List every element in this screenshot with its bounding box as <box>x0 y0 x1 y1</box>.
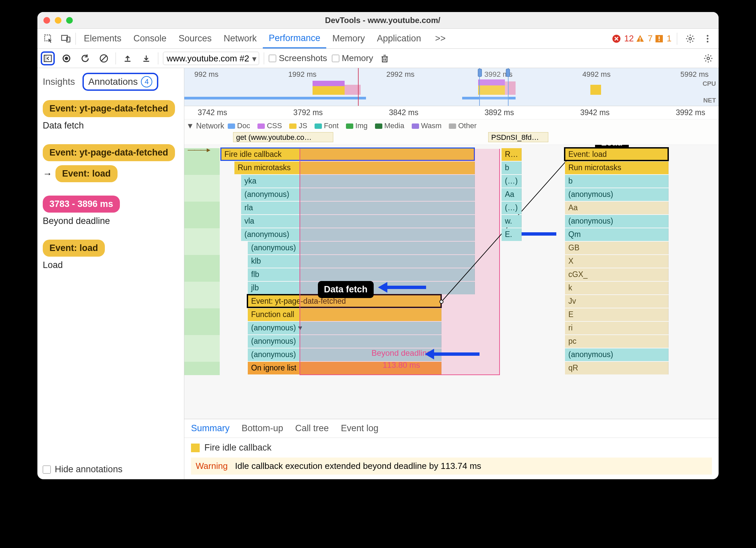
svg-point-16 <box>65 57 68 60</box>
record-button[interactable] <box>59 51 73 65</box>
memory-checkbox[interactable]: Memory <box>332 53 373 63</box>
annotation-item[interactable]: Event: yt-page-data-fetched → Event: loa… <box>43 144 179 182</box>
svg-point-9 <box>689 37 692 40</box>
flame-bar[interactable]: pc <box>565 335 669 348</box>
capture-settings-icon[interactable] <box>701 51 715 65</box>
close-window-button[interactable] <box>43 17 50 24</box>
flame-bar[interactable]: Jv <box>565 295 669 308</box>
flame-bar[interactable]: X <box>565 255 669 268</box>
warning-row: Warning Idle callback execution extended… <box>191 458 712 475</box>
reload-record-button[interactable] <box>78 51 92 65</box>
issue-counter[interactable]: 1 <box>655 33 672 44</box>
flame-bar[interactable]: (…) <box>502 202 522 214</box>
upload-trace-button[interactable] <box>121 51 135 65</box>
inspect-element-icon[interactable] <box>41 31 56 46</box>
tab-network[interactable]: Network <box>218 29 263 48</box>
timeline-overview[interactable]: 992 ms1992 ms2992 ms3992 ms4992 ms5992 m… <box>184 68 719 106</box>
gc-button[interactable] <box>378 51 392 65</box>
details-tab-bottom-up[interactable]: Bottom-up <box>242 423 284 434</box>
svg-rect-8 <box>658 40 659 41</box>
clear-button[interactable] <box>97 51 111 65</box>
ruler-time-label: 3892 ms <box>485 108 514 119</box>
flame-bar[interactable]: Aa <box>565 202 669 214</box>
details-tab-summary[interactable]: Summary <box>191 423 230 434</box>
flame-chart[interactable]: Fire idle callback———▸Run microtasksyka(… <box>184 145 719 419</box>
details-tab-event-log[interactable]: Event log <box>341 423 379 434</box>
details-tabs: SummaryBottom-upCall treeEvent log <box>184 419 719 438</box>
tab-elements[interactable]: Elements <box>78 29 128 48</box>
trace-select[interactable]: www.youtube.com #2 <box>163 52 259 65</box>
flame-bar[interactable]: b <box>565 175 669 188</box>
annotation-item[interactable]: Event: yt-page-data-fetched Data fetch <box>43 100 179 131</box>
flame-bar[interactable]: E. <box>502 228 522 241</box>
flame-bar[interactable]: Aa <box>502 188 522 201</box>
insights-tab[interactable]: Insights <box>43 76 75 87</box>
annotation-item[interactable]: 3783 - 3896 ms Beyond deadline <box>43 196 179 226</box>
device-toolbar-icon[interactable] <box>58 31 73 46</box>
titlebar: DevTools - www.youtube.com/ <box>37 12 719 29</box>
time-ruler[interactable]: 3742 ms3792 ms3842 ms3892 ms3942 ms3992 … <box>184 106 719 119</box>
legend-css: CSS <box>257 121 282 130</box>
minimize-window-button[interactable] <box>55 17 61 24</box>
details-pane: SummaryBottom-upCall treeEvent log Fire … <box>184 419 719 479</box>
tab-performance[interactable]: Performance <box>263 29 327 48</box>
network-request[interactable]: get (www.youtube.co… <box>233 132 333 142</box>
svg-line-18 <box>101 56 107 61</box>
flame-bar[interactable]: GB <box>565 242 669 254</box>
performance-area: 992 ms1992 ms2992 ms3992 ms4992 ms5992 m… <box>184 68 719 479</box>
kebab-menu-icon[interactable] <box>700 31 715 46</box>
flame-bar[interactable]: qR <box>565 362 669 374</box>
annotation-event-tag: Event: yt-page-data-fetched <box>43 100 175 117</box>
perf-toolbar: www.youtube.com #2 Screenshots Memory <box>37 49 719 68</box>
network-toggle[interactable]: ▼ Network <box>186 121 224 130</box>
flame-bar[interactable]: Event: load <box>565 148 669 161</box>
flame-bar[interactable]: R… <box>502 148 522 161</box>
tab-application[interactable]: Application <box>371 29 427 48</box>
flame-bar[interactable]: (anonymous) <box>565 348 669 361</box>
warning-label: Warning <box>196 461 228 471</box>
overview-time-label: 5992 ms <box>681 70 709 79</box>
more-tabs[interactable]: >> <box>429 29 452 48</box>
network-legend: DocCSSJSFontImgMediaWasmOther <box>228 121 477 130</box>
frames-track <box>184 148 220 375</box>
annotations-tab[interactable]: Annotations 4 <box>82 73 159 91</box>
ruler-time-label: 3992 ms <box>676 108 705 119</box>
screenshots-checkbox[interactable]: Screenshots <box>269 53 327 63</box>
devtools-window: DevTools - www.youtube.com/ ElementsCons… <box>37 12 719 479</box>
flame-bar[interactable]: Qm <box>565 228 669 241</box>
annotation-event-tag: Event: yt-page-data-fetched <box>43 144 175 161</box>
annotation-item[interactable]: Event: load Load <box>43 240 179 270</box>
overview-time-label: 4992 ms <box>582 70 610 79</box>
details-tab-call-tree[interactable]: Call tree <box>295 423 329 434</box>
annotation-count-badge: 4 <box>141 76 152 87</box>
maximize-window-button[interactable] <box>66 17 73 24</box>
legend-doc: Doc <box>228 121 250 130</box>
download-trace-button[interactable] <box>139 51 153 65</box>
flame-bar[interactable]: (…) <box>502 175 522 188</box>
svg-point-20 <box>707 57 710 60</box>
flame-bar[interactable]: k <box>565 282 669 294</box>
window-title: DevTools - www.youtube.com/ <box>73 16 693 25</box>
flame-bar[interactable]: (anonymous) <box>565 215 669 228</box>
flame-bar[interactable]: ri <box>565 322 669 334</box>
error-counter[interactable]: 12 <box>612 33 634 44</box>
toggle-sidebar-button[interactable] <box>41 51 55 65</box>
flame-bar[interactable]: Run microtasks <box>565 162 669 174</box>
tab-sources[interactable]: Sources <box>173 29 218 48</box>
annotation-event-tag: Event: load <box>43 240 105 257</box>
settings-icon[interactable] <box>683 31 698 46</box>
flame-bar[interactable]: (anonymous) <box>565 188 669 201</box>
svg-rect-14 <box>44 55 47 62</box>
warning-counter[interactable]: 7 <box>636 33 652 44</box>
network-track[interactable]: ▼ Network DocCSSJSFontImgMediaWasmOther … <box>184 119 719 145</box>
tab-memory[interactable]: Memory <box>326 29 371 48</box>
tab-console[interactable]: Console <box>128 29 173 48</box>
flame-bar[interactable]: cGX_ <box>565 268 669 281</box>
flame-bar[interactable]: w. <box>502 215 522 228</box>
hide-annotations-checkbox[interactable]: Hide annotations <box>43 458 179 475</box>
annotation-label: Beyond deadline <box>43 216 179 226</box>
flame-bar[interactable]: b <box>502 162 522 174</box>
network-request[interactable]: PSDnSI_8fd… <box>488 132 548 142</box>
flame-bar[interactable]: E <box>565 308 669 321</box>
svg-point-11 <box>707 38 709 39</box>
